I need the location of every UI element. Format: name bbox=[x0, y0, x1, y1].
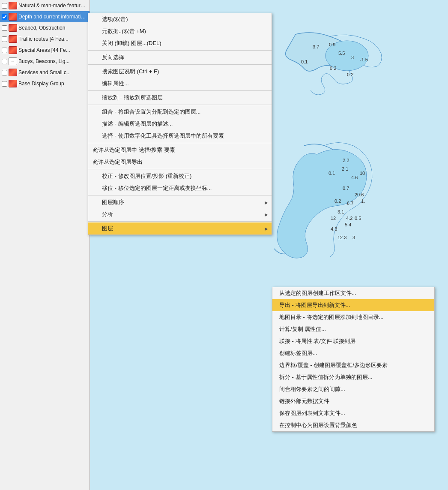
map-label-23: 5.4 bbox=[345, 222, 351, 227]
menu-separator-1 bbox=[88, 50, 272, 51]
check-icon-allow-export: ✓ bbox=[93, 159, 98, 165]
menu-item-analysis[interactable]: 分析 ▶ bbox=[88, 208, 272, 220]
layer-label-depth: Depth and current information [2,728 Fea… bbox=[18, 14, 88, 20]
map-label-18: 1. bbox=[361, 198, 365, 204]
menu-item-zoom-to[interactable]: 缩放到 - 缩放到所选图层 bbox=[88, 92, 272, 104]
layer-icon-seabed bbox=[9, 24, 17, 32]
map-label-13: 10 bbox=[360, 171, 365, 176]
layer-label-seabed: Seabed, Obstruction bbox=[18, 25, 65, 31]
menu-separator-7 bbox=[88, 195, 272, 195]
menu-item-layer-order[interactable]: 图层顺序 ▶ bbox=[88, 196, 272, 208]
submenu-item-link-ext[interactable]: 链接外部元数据文件 bbox=[272, 395, 434, 407]
map-label-6: 0.2 bbox=[330, 66, 336, 71]
layer-icon-buoys bbox=[9, 57, 17, 65]
layer-label-traffic: Traffic routes [4 Fea... bbox=[18, 36, 69, 42]
layer-item-buoys[interactable]: Buoys, Beacons, Lig... bbox=[0, 56, 90, 67]
submenu-item-export-new[interactable]: 导出 - 将图层导出到新文件... bbox=[272, 299, 434, 311]
menu-item-group[interactable]: 组合 - 将组合设置为分配到选定的图层... bbox=[88, 106, 272, 118]
menu-item-layer-ops[interactable]: 图层 ▶ bbox=[88, 222, 272, 234]
map-label-8: -1.5 bbox=[360, 57, 368, 62]
map-label-11: 0.1 bbox=[329, 171, 335, 176]
map-label-9: 2.2 bbox=[343, 158, 349, 163]
map-label-16: 0.2 bbox=[335, 198, 341, 204]
map-label-22: 12 bbox=[331, 216, 336, 221]
menu-separator-2 bbox=[88, 64, 272, 65]
menu-item-search-desc[interactable]: 搜索图层说明 (Ctrl + F) bbox=[88, 66, 272, 78]
menu-separator-3 bbox=[88, 90, 272, 91]
menu-item-move[interactable]: 移位 - 移位选定的图层一定距离或变换坐标... bbox=[88, 182, 272, 194]
layer-checkbox-natural[interactable] bbox=[2, 3, 7, 9]
menu-item-describe[interactable]: 描述 - 编辑所选图层的描述... bbox=[88, 118, 272, 130]
layer-icon-depth bbox=[9, 13, 17, 21]
map-label-7: 0.2 bbox=[347, 72, 353, 77]
check-icon-allow-select: ✓ bbox=[93, 147, 98, 153]
menu-item-metadata[interactable]: 元数据..(双击 +M) bbox=[88, 25, 272, 37]
layer-checkbox-depth[interactable] bbox=[2, 14, 7, 20]
menu-item-allow-select[interactable]: ✓ 允许从选定图层中 选择/搜索 要素 bbox=[88, 144, 272, 156]
layer-checkbox-buoys[interactable] bbox=[2, 59, 7, 64]
submenu-item-link[interactable]: 联接 - 将属性 表/文件 联接到层 bbox=[272, 335, 434, 347]
layer-item-depth[interactable]: Depth and current information [2,728 Fea… bbox=[0, 11, 90, 22]
menu-item-edit-attr[interactable]: 编辑属性... bbox=[88, 78, 272, 90]
layer-label-services: Services and Small c... bbox=[18, 69, 71, 75]
menu-separator-5 bbox=[88, 143, 272, 143]
submenu-item-create-label[interactable]: 创建标签图层... bbox=[272, 347, 434, 359]
menu-item-allow-export[interactable]: ✓ 允许从选定图层导出 bbox=[88, 156, 272, 168]
arrow-icon-layer-ops: ▶ bbox=[265, 226, 268, 231]
arrow-icon-layer-order: ▶ bbox=[265, 200, 268, 205]
menu-item-options[interactable]: 选项(双击) bbox=[88, 13, 272, 25]
layer-icon-services bbox=[9, 69, 17, 76]
layer-label-base: Base Display Group bbox=[18, 81, 64, 87]
layer-label-buoys: Buoys, Beacons, Lig... bbox=[18, 58, 69, 64]
map-label-1: 3.7 bbox=[313, 44, 319, 49]
layer-item-special[interactable]: Special Areas [44 Fe... bbox=[0, 45, 90, 56]
map-label-5: 0.1 bbox=[301, 59, 308, 64]
layer-checkbox-special[interactable] bbox=[2, 48, 7, 53]
layer-item-services[interactable]: Services and Small c... bbox=[0, 67, 90, 78]
layer-icon-special bbox=[9, 46, 17, 54]
layer-item-seabed[interactable]: Seabed, Obstruction bbox=[0, 22, 90, 33]
submenu-item-set-bg[interactable]: 在控制中心为图层设置背景颜色 bbox=[272, 419, 434, 431]
layer-checkbox-services[interactable] bbox=[2, 70, 7, 75]
layer-item-natural[interactable]: Natural & man-made features, port featur… bbox=[0, 0, 90, 11]
layer-panel: Natural & man-made features, port featur… bbox=[0, 0, 90, 490]
layer-checkbox-seabed[interactable] bbox=[2, 25, 7, 31]
submenu-item-create-workspace[interactable]: 从选定的图层创建工作区文件... bbox=[272, 287, 434, 299]
menu-item-calibrate[interactable]: 校正 - 修改图层位置/投影 (重新校正) bbox=[88, 170, 272, 182]
layer-icon-traffic bbox=[9, 35, 17, 43]
layer-label-natural: Natural & man-made features, port featur… bbox=[18, 3, 88, 9]
layer-icon-natural bbox=[9, 2, 17, 9]
layer-submenu: 从选定的图层创建工作区文件... 导出 - 将图层导出到新文件... 地图目录 … bbox=[272, 287, 435, 432]
map-label-20: 4.2 bbox=[346, 216, 352, 221]
map-label-14: 0.7 bbox=[343, 186, 349, 191]
map-label-25: 12.3 bbox=[337, 235, 346, 240]
menu-separator-4 bbox=[88, 105, 272, 105]
menu-item-invert[interactable]: 反向选择 bbox=[88, 51, 272, 63]
submenu-item-save-list[interactable]: 保存图层列表到文本文件... bbox=[272, 407, 434, 419]
layer-item-traffic[interactable]: Traffic routes [4 Fea... bbox=[0, 33, 90, 45]
map-label-15: 20.6 bbox=[355, 192, 364, 197]
submenu-item-split[interactable]: 拆分 - 基于属性值拆分为单独的图层... bbox=[272, 371, 434, 383]
layer-checkbox-base[interactable] bbox=[2, 81, 7, 87]
layer-checkbox-traffic[interactable] bbox=[2, 36, 7, 42]
map-label-10: 2.1 bbox=[342, 166, 348, 171]
map-label-21: 0.5 bbox=[355, 216, 361, 221]
map-label-2: 0.9 bbox=[329, 42, 335, 47]
submenu-item-calc-copy[interactable]: 计算/复制 属性值... bbox=[272, 323, 434, 335]
menu-separator-6 bbox=[88, 169, 272, 169]
layer-icon-base bbox=[9, 80, 17, 87]
layer-item-base[interactable]: Base Display Group bbox=[0, 78, 90, 89]
submenu-item-map-catalog[interactable]: 地图目录 - 将选定的图层添加到地图目录... bbox=[272, 311, 434, 323]
map-label-26: 3 bbox=[352, 235, 355, 240]
map-label-4: 3 bbox=[351, 55, 354, 60]
map-label-17: 6.7 bbox=[347, 201, 353, 206]
context-menu: 选项(双击) 元数据..(双击 +M) 关闭 (卸载) 图层...(DEL) 反… bbox=[88, 13, 272, 235]
map-label-24: 4.3 bbox=[331, 226, 337, 231]
arrow-icon-analysis: ▶ bbox=[265, 212, 268, 217]
menu-item-close[interactable]: 关闭 (卸载) 图层...(DEL) bbox=[88, 37, 272, 49]
submenu-item-close-gaps[interactable]: 闭合相邻要素之间的间隙... bbox=[272, 383, 434, 395]
submenu-item-border-cover[interactable]: 边界框/覆盖 - 创建图层覆盖框/多边形区要素 bbox=[272, 359, 434, 371]
layer-label-special: Special Areas [44 Fe... bbox=[18, 47, 70, 53]
menu-separator-8 bbox=[88, 221, 272, 222]
menu-item-select-all[interactable]: 选择 - 使用数字化工具选择所选图层中的所有要素 bbox=[88, 130, 272, 142]
